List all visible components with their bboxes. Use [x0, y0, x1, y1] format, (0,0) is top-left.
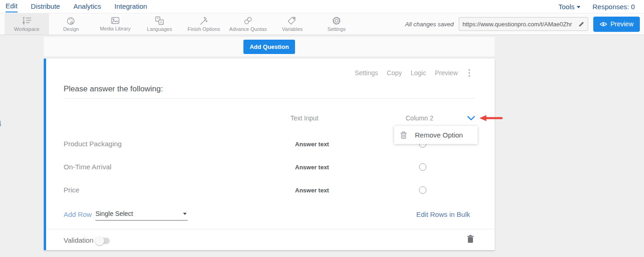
toolbar-item-label: Finish Options — [188, 26, 220, 32]
validation-label: Validation — [64, 236, 94, 244]
question-settings-link[interactable]: Settings — [354, 69, 378, 77]
title-divider — [64, 98, 475, 99]
row-label[interactable]: On-Time Arrival — [64, 163, 112, 171]
toolbar-item-advance-quotas[interactable]: Advance Quotas — [226, 13, 270, 35]
radio-button[interactable] — [419, 163, 426, 171]
survey-column: Add Question Settings Copy Logic Preview… — [44, 37, 495, 250]
nav-tab-edit[interactable]: Edit — [6, 0, 18, 12]
column2-chevron-down-icon[interactable] — [467, 116, 475, 121]
palette-icon — [66, 17, 76, 25]
nav-tab-integration[interactable]: Integration — [114, 1, 147, 12]
preview-button[interactable]: Preview — [593, 17, 640, 32]
remove-option-menu-item[interactable]: Remove Option — [415, 131, 463, 139]
svg-text:A: A — [160, 20, 163, 24]
tools-menu[interactable]: Tools — [558, 3, 580, 11]
responses-label: Responses: 0 — [592, 3, 635, 11]
toolbar-item-label: Advance Quotas — [229, 26, 266, 32]
answer-text-field[interactable]: Answer text — [295, 141, 329, 148]
chevron-down-icon — [577, 6, 580, 8]
toggle-knob — [95, 236, 104, 245]
question-footer: Validation — [46, 229, 495, 250]
responses-link[interactable]: Responses: 0 — [592, 3, 635, 11]
add-question-strip: Add Question — [44, 37, 495, 57]
question-number: 4 — [0, 120, 1, 128]
top-nav: Edit Distribute Analytics Integration To… — [0, 0, 644, 13]
toolbar-item-workspace[interactable]: Workspace — [5, 13, 49, 35]
delete-question-trash-icon[interactable] — [467, 235, 474, 243]
question-preview-link[interactable]: Preview — [435, 69, 458, 77]
editor-content: 4 Add Question Settings Copy Logic Previ… — [0, 35, 644, 257]
wand-icon — [199, 17, 209, 25]
question-actions: Settings Copy Logic Preview — [354, 69, 470, 77]
translate-icon: * A — [154, 16, 165, 25]
answer-text-field[interactable]: Answer text — [295, 187, 329, 194]
edit-url-pencil-icon[interactable] — [578, 21, 585, 27]
answer-text-field[interactable]: Answer text — [295, 164, 329, 171]
toolbar-item-design[interactable]: Design — [49, 13, 93, 35]
editor-toolbar: Workspace Design Media Library — [0, 13, 644, 35]
more-options-kebab-icon[interactable] — [468, 69, 470, 77]
nav-tabs: Edit Distribute Analytics Integration — [6, 0, 147, 12]
nav-tab-analytics[interactable]: Analytics — [73, 1, 101, 12]
question-title[interactable]: Please answer the following: — [64, 84, 163, 94]
workspace-icon — [22, 17, 32, 25]
edit-rows-in-bulk-link[interactable]: Edit Rows in Bulk — [416, 210, 470, 218]
trash-icon — [400, 131, 407, 139]
column2-header[interactable]: Column 2 — [406, 114, 433, 122]
toolbar-item-languages[interactable]: * A Languages — [137, 13, 182, 35]
radio-button[interactable] — [419, 186, 426, 194]
question-card: Settings Copy Logic Preview Please answe… — [44, 59, 495, 250]
toolbar-right: All changes saved Preview — [405, 13, 644, 35]
toolbar-item-label: Settings — [327, 26, 346, 32]
save-status: All changes saved — [405, 21, 454, 28]
nav-tab-distribute[interactable]: Distribute — [31, 1, 60, 12]
toolbar-item-settings[interactable]: Settings — [314, 13, 359, 35]
survey-url-input[interactable] — [462, 21, 578, 28]
annotation-arrow-left-icon — [479, 115, 502, 123]
add-question-button[interactable]: Add Question — [243, 40, 295, 54]
row-type-value: Single Select — [95, 210, 133, 217]
image-icon — [110, 17, 120, 25]
column1-header[interactable]: Text Input — [290, 114, 319, 122]
column-option-menu: Remove Option — [394, 126, 478, 144]
row-type-select[interactable]: Single Select — [95, 210, 188, 221]
toolbar-item-media-library[interactable]: Media Library — [93, 13, 137, 35]
chain-icon — [243, 16, 253, 25]
survey-url-box — [459, 17, 588, 31]
toolbar-item-label: Design — [63, 26, 79, 32]
nav-right: Tools Responses: 0 — [558, 3, 638, 11]
tag-icon — [287, 16, 297, 25]
add-row-button[interactable]: Add Row — [64, 210, 92, 218]
toolbar-item-finish-options[interactable]: Finish Options — [182, 13, 226, 35]
row-label[interactable]: Price — [64, 186, 79, 194]
row-label[interactable]: Product Packaging — [64, 140, 122, 148]
gear-icon — [331, 16, 342, 25]
toolbar-item-label: Workspace — [14, 26, 40, 32]
toolbar-item-label: Variables — [282, 26, 302, 32]
toolbar-item-label: Media Library — [100, 26, 131, 31]
eye-icon — [600, 22, 607, 27]
preview-button-label: Preview — [610, 20, 633, 28]
toolbar-item-variables[interactable]: Variables — [270, 13, 314, 35]
question-copy-link[interactable]: Copy — [387, 69, 402, 77]
select-caret-icon — [183, 213, 187, 215]
toolbar-item-label: Languages — [147, 26, 172, 32]
question-logic-link[interactable]: Logic — [411, 69, 426, 77]
validation-toggle[interactable] — [96, 238, 110, 244]
tools-label: Tools — [558, 3, 574, 11]
